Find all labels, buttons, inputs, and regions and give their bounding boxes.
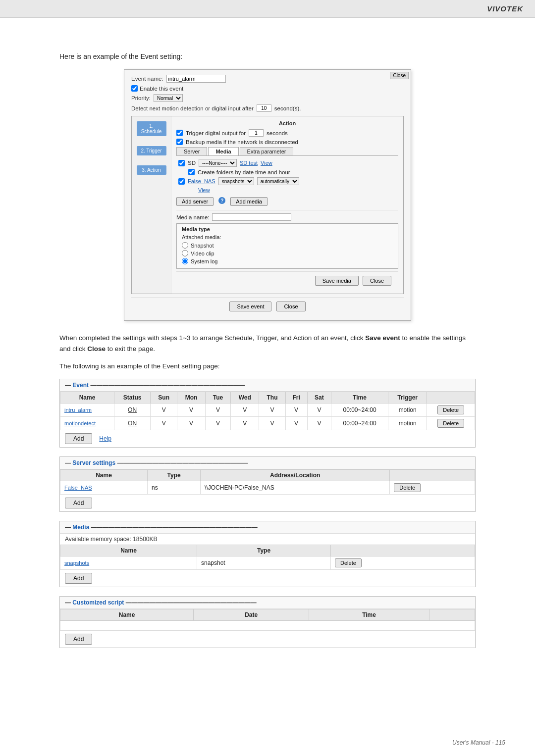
script-section: — Customized script ————————————————————… [59, 596, 476, 648]
trigger-unit: seconds [267, 130, 288, 136]
col-name: Name [60, 392, 114, 403]
para1-bold1: Save event [365, 334, 400, 342]
event-row-1: intru_alarm ON V V V V V V V 00:00~24:00… [60, 403, 475, 416]
para1-end: to exit the page. [107, 345, 155, 353]
nas-label[interactable]: False_NAS [188, 178, 215, 184]
create-folders-label: Create folders by date time and hour [198, 169, 290, 175]
radio-video-label: Video clip [191, 251, 214, 256]
event-wed-1: V [231, 403, 259, 416]
add-media-button[interactable]: Add media [230, 197, 268, 206]
nas-option-select[interactable]: automatically [257, 177, 299, 185]
event-add-button[interactable]: Add [65, 433, 92, 444]
event-action-1: Delete [427, 403, 475, 416]
radio-video[interactable] [182, 250, 188, 256]
event-fri-2: V [285, 416, 307, 430]
event-mon-2: V [177, 416, 206, 430]
tab-media[interactable]: Media [208, 147, 238, 155]
backup-media-row: Backup media if the network is disconnec… [176, 139, 398, 145]
event-delete-2[interactable]: Delete [437, 419, 464, 428]
col-time: Time [331, 392, 388, 403]
server-add-row: Add [60, 495, 475, 511]
event-mon-1: V [177, 403, 206, 416]
priority-label: Priority: [131, 95, 151, 101]
radio-video-row: Video clip [182, 250, 393, 256]
intro-text: Here is an example of the Event setting: [59, 52, 476, 60]
add-server-button[interactable]: Add server [176, 197, 214, 206]
trigger-output-input[interactable] [249, 129, 264, 137]
create-folders-checkbox[interactable] [188, 169, 195, 175]
enable-label: Enable this event [140, 86, 183, 92]
step-3[interactable]: 3. Action [137, 165, 166, 175]
script-empty-row [60, 620, 475, 630]
tab-extra[interactable]: Extra parameter [240, 147, 294, 155]
sd-row: SD ----None---- SD test View [176, 159, 398, 167]
dialog-body: Event name: Enable this event Priority: … [124, 70, 411, 320]
col-wed: Wed [231, 392, 259, 403]
close-event-button[interactable]: Close [276, 302, 305, 311]
event-name-input[interactable] [166, 75, 226, 83]
trigger-output-checkbox[interactable] [176, 130, 183, 136]
dialog-close-button[interactable]: Close [390, 72, 409, 79]
sd-select[interactable]: ----None---- [199, 159, 237, 167]
event-sun-2: V [151, 416, 177, 430]
nas-view-row: View [196, 187, 398, 193]
media-delete-1[interactable]: Delete [335, 558, 362, 567]
event-table-header: Name Status Sun Mon Tue Wed Thu Fri Sat … [60, 392, 475, 403]
event-sat-1: V [307, 403, 331, 416]
page-footer: User's Manual - 115 [452, 739, 505, 746]
server-delete-1[interactable]: Delete [394, 483, 421, 492]
save-event-button[interactable]: Save event [229, 302, 271, 311]
radio-syslog-label: System log [191, 258, 217, 264]
script-col-time: Time [309, 609, 429, 620]
script-add-button[interactable]: Add [65, 634, 92, 645]
sd-checkbox[interactable] [178, 160, 185, 166]
nas-view-link[interactable]: View [198, 187, 210, 193]
event-status-2: ON [114, 416, 151, 430]
event-time-2: 00:00~24:00 [331, 416, 388, 430]
col-trigger: Trigger [388, 392, 427, 403]
script-col-name: Name [60, 609, 194, 620]
event-help-link[interactable]: Help [99, 435, 111, 442]
event-tue-2: V [205, 416, 230, 430]
sd-view-link[interactable]: View [261, 160, 272, 166]
nas-checkbox[interactable] [178, 178, 185, 185]
sd-test-link[interactable]: SD test [240, 160, 258, 166]
nas-media-select[interactable]: snapshots [218, 177, 254, 185]
backup-media-checkbox[interactable] [176, 139, 183, 145]
tab-bar: Server Media Extra parameter [176, 147, 398, 156]
media-name-label: Media name: [176, 214, 209, 220]
event-status-1: ON [114, 403, 151, 416]
tab-server[interactable]: Server [176, 147, 207, 155]
detect-input[interactable] [257, 104, 271, 112]
server-table-header: Name Type Address/Location [60, 469, 475, 481]
radio-syslog-row: System log [182, 258, 393, 264]
close-media-button[interactable]: Close [363, 276, 391, 286]
radio-syslog[interactable] [182, 258, 188, 264]
event-trigger-1: motion [388, 403, 427, 416]
priority-select[interactable]: Normal [154, 94, 183, 102]
step-1[interactable]: 1. Schedule [137, 121, 166, 136]
add-buttons-row: Add server ? Add media [176, 197, 398, 206]
server-address-1: \\JOCHEN-PC\False_NAS [201, 481, 390, 494]
event-delete-1[interactable]: Delete [437, 405, 464, 414]
add-server-info-icon[interactable]: ? [218, 197, 225, 204]
para1-text: When completed the settings with steps 1… [59, 334, 364, 342]
event-name-row: Event name: [131, 75, 404, 83]
enable-checkbox[interactable] [131, 85, 138, 92]
save-media-button[interactable]: Save media [315, 276, 359, 286]
event-thu-2: V [259, 416, 285, 430]
enable-row: Enable this event [131, 85, 404, 92]
step-2[interactable]: 2. Trigger [137, 146, 166, 155]
media-section: — Media ———————————————————————————— Ava… [59, 521, 476, 587]
dialog-wrapper: Close Event name: Enable this event Prio… [59, 69, 476, 321]
server-section: — Server settings ——————————————————————… [59, 456, 476, 512]
event-trigger-2: motion [388, 416, 427, 430]
server-add-button[interactable]: Add [65, 498, 92, 508]
media-footer: Save media Close [176, 271, 398, 290]
detect-row: Detect next motion detection or digital … [131, 104, 404, 112]
radio-snapshot[interactable] [182, 242, 188, 249]
media-add-button[interactable]: Add [65, 573, 92, 584]
media-name-input[interactable] [212, 213, 291, 221]
media-col-type: Type [197, 545, 331, 556]
col-action [427, 392, 475, 403]
